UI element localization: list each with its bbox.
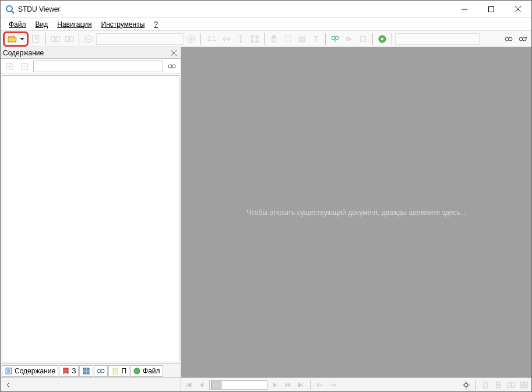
continuous-facing-button[interactable]	[519, 380, 529, 390]
panel-scroll-left-button[interactable]	[3, 380, 13, 390]
svg-rect-56	[520, 382, 523, 384]
zoom-out-button[interactable]	[82, 33, 95, 45]
menu-help[interactable]: ?	[149, 19, 163, 30]
svg-point-20	[332, 36, 335, 40]
facing-button[interactable]	[506, 380, 516, 390]
close-button[interactable]	[505, 1, 531, 17]
tab-file[interactable]: Файл	[130, 365, 163, 377]
fit-width-button[interactable]	[220, 33, 233, 45]
zoom-combo[interactable]	[96, 33, 184, 45]
prev-page-button[interactable]	[196, 380, 207, 390]
menu-view[interactable]: Вид	[31, 19, 53, 30]
svg-rect-58	[520, 386, 523, 388]
panel-search-input[interactable]	[33, 61, 163, 72]
main-toolbar: 1:1	[1, 31, 531, 47]
svg-point-19	[301, 38, 303, 41]
tab-thumbnails[interactable]	[79, 365, 93, 377]
select-tool-button[interactable]	[281, 33, 294, 45]
page-slider[interactable]	[209, 380, 267, 390]
app-icon	[5, 5, 15, 14]
next-page-button[interactable]	[270, 380, 280, 390]
svg-rect-16	[252, 37, 257, 41]
app-window: STDU Viewer Файл Вид Навигация Инструмен…	[0, 0, 532, 392]
panel-tree[interactable]	[2, 75, 179, 362]
main-view: Чтобы открыть существующий документ, два…	[181, 47, 531, 377]
export-button[interactable]	[30, 33, 43, 45]
continuous-button[interactable]	[493, 380, 503, 390]
menu-navigation[interactable]: Навигация	[52, 19, 96, 30]
status-left	[1, 378, 181, 391]
first-page-button[interactable]	[184, 380, 194, 390]
svg-point-44	[97, 369, 101, 373]
fit-height-button[interactable]	[234, 33, 247, 45]
svg-rect-18	[299, 37, 305, 42]
svg-rect-52	[496, 382, 500, 384]
svg-point-28	[519, 37, 523, 41]
panel-toolbar	[1, 59, 181, 74]
tabs-next-button[interactable]	[63, 33, 76, 45]
search-binoculars-button[interactable]	[502, 33, 515, 45]
svg-rect-53	[496, 386, 500, 388]
rotate-button[interactable]	[357, 33, 369, 45]
tab-contents[interactable]: Содержание	[2, 365, 58, 377]
fit-page-button[interactable]	[248, 33, 261, 45]
find-button[interactable]	[329, 33, 341, 45]
zoom-in-button[interactable]	[185, 33, 198, 45]
svg-point-27	[509, 37, 512, 41]
next-page-step-button[interactable]	[283, 380, 293, 390]
open-dropdown-button[interactable]	[19, 33, 26, 45]
tab-search[interactable]	[94, 365, 108, 377]
window-controls	[451, 1, 531, 17]
svg-rect-43	[87, 372, 89, 374]
open-file-button[interactable]	[6, 33, 19, 45]
titlebar: STDU Viewer	[1, 1, 531, 18]
page-input[interactable]	[395, 33, 480, 45]
file-tab-icon	[133, 367, 141, 375]
find-next-button[interactable]	[343, 33, 355, 45]
svg-rect-10	[70, 37, 73, 41]
svg-point-34	[168, 65, 172, 68]
nav-forward-button[interactable]	[327, 380, 338, 390]
search-next-button[interactable]	[516, 33, 529, 45]
contents-icon	[5, 367, 13, 375]
panel-title: Содержание	[3, 49, 169, 57]
text-select-button[interactable]	[309, 33, 322, 45]
document-canvas[interactable]: Чтобы открыть существующий документ, два…	[181, 47, 531, 377]
nav-back-button[interactable]	[315, 380, 325, 390]
panel-tabs: Содержание З	[1, 363, 181, 377]
svg-rect-8	[56, 37, 59, 41]
tab-pages[interactable]: П	[108, 365, 129, 377]
settings-button[interactable]	[376, 33, 389, 45]
hand-tool-button[interactable]	[267, 33, 280, 45]
last-page-button[interactable]	[295, 380, 306, 390]
pages-icon	[111, 367, 119, 375]
svg-rect-9	[65, 37, 69, 41]
status-bar	[1, 377, 531, 391]
menu-file[interactable]: Файл	[4, 19, 31, 30]
tab-bookmarks[interactable]: З	[59, 365, 79, 377]
svg-point-26	[505, 37, 509, 41]
single-page-button[interactable]	[480, 380, 491, 390]
svg-rect-40	[83, 368, 86, 370]
minimize-button[interactable]	[451, 1, 478, 17]
panel-close-button[interactable]	[169, 48, 178, 58]
tab-contents-label: Содержание	[15, 367, 55, 375]
svg-point-35	[172, 65, 175, 68]
brightness-button[interactable]	[461, 380, 471, 390]
tab-bookmarks-label: З	[72, 367, 76, 375]
svg-line-1	[12, 11, 14, 13]
panel-expand-button[interactable]	[3, 60, 16, 73]
snapshot-button[interactable]	[295, 33, 308, 45]
zoom-actual-button[interactable]: 1:1	[204, 33, 219, 45]
svg-rect-17	[285, 36, 291, 42]
content-area: Содержание	[1, 47, 531, 377]
tabs-prev-button[interactable]	[49, 33, 62, 45]
page-slider-thumb[interactable]	[211, 382, 221, 389]
menu-tools[interactable]: Инструменты	[97, 19, 150, 30]
panel-collapse-button[interactable]	[18, 60, 31, 73]
thumbnails-icon	[82, 367, 90, 375]
maximize-button[interactable]	[478, 1, 505, 17]
app-title: STDU Viewer	[18, 5, 451, 13]
panel-search-button[interactable]	[165, 60, 178, 73]
svg-point-49	[134, 368, 140, 374]
